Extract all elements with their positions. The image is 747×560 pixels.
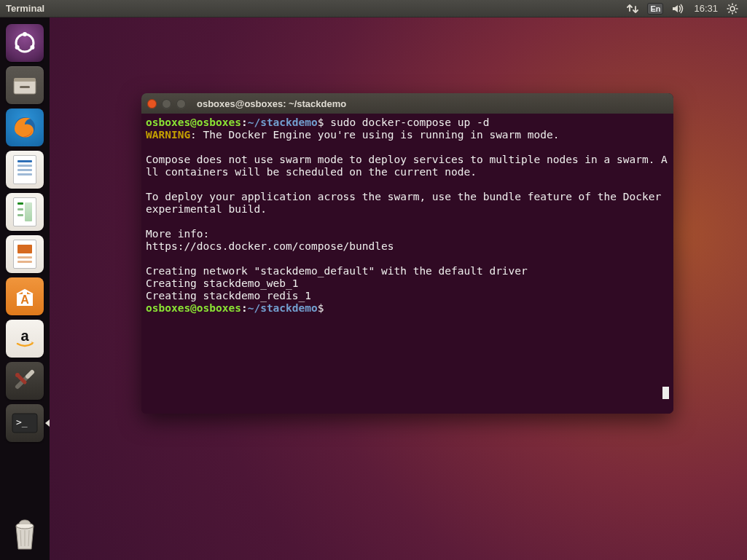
launcher-impress[interactable] (6, 235, 44, 273)
maximize-icon[interactable] (176, 99, 186, 109)
terminal-output-line: Creating stackdemo_redis_1 (146, 290, 311, 301)
document-icon (13, 240, 36, 269)
terminal-output-line: Compose does not use swarm mode to deplo… (146, 154, 668, 178)
terminal-output-line: https://docs.docker.com/compose/bundles (146, 240, 394, 252)
document-icon (13, 155, 36, 184)
launcher-dash[interactable] (6, 24, 44, 62)
top-menu-bar: Terminal En 16:31 (0, 0, 747, 17)
terminal-output-line: Creating stackdemo_web_1 (146, 277, 299, 289)
clock[interactable]: 16:31 (694, 3, 718, 14)
window-title: osboxes@osboxes: ~/stackdemo (197, 98, 346, 109)
warning-label: WARNING (146, 129, 190, 141)
window-titlebar[interactable]: osboxes@osboxes: ~/stackdemo (141, 93, 673, 114)
terminal-output-line: More info: (146, 228, 209, 240)
launcher-amazon[interactable]: a (6, 320, 44, 358)
close-icon[interactable] (147, 99, 157, 109)
svg-rect-14 (14, 78, 36, 82)
svg-line-8 (729, 11, 730, 12)
svg-point-10 (23, 32, 27, 36)
svg-point-12 (30, 45, 34, 50)
svg-text:>_: >_ (16, 417, 28, 427)
launcher-firefox[interactable] (6, 109, 44, 146)
launcher-files[interactable] (6, 66, 44, 104)
terminal-cursor (662, 387, 669, 399)
document-icon (13, 197, 36, 226)
launcher: A a >_ (0, 17, 50, 560)
terminal-body[interactable]: osboxes@osboxes:~/stackdemo$ sudo docker… (141, 114, 673, 414)
svg-text:A: A (20, 293, 29, 306)
terminal-output-line: Creating network "stackdemo_default" wit… (146, 265, 528, 277)
svg-line-5 (729, 4, 730, 6)
active-app-title: Terminal (6, 3, 44, 14)
launcher-calc[interactable] (6, 193, 44, 231)
launcher-software[interactable]: A (6, 277, 44, 315)
svg-rect-15 (20, 86, 30, 88)
svg-point-11 (15, 45, 20, 50)
prompt-path: ~/stackdemo (248, 117, 318, 128)
svg-line-6 (735, 11, 737, 12)
launcher-writer[interactable] (6, 151, 44, 189)
sound-icon[interactable] (672, 4, 685, 14)
terminal-output-line: To deploy your application across the sw… (146, 191, 668, 215)
svg-point-20 (15, 373, 20, 377)
launcher-trash[interactable] (6, 516, 44, 554)
terminal-window[interactable]: osboxes@osboxes: ~/stackdemo osboxes@osb… (141, 93, 673, 414)
input-method-indicator[interactable]: En (647, 3, 663, 15)
svg-line-7 (735, 4, 737, 6)
prompt-user: osboxes (146, 117, 190, 128)
minimize-icon[interactable] (162, 99, 171, 109)
terminal-output-line: : The Docker Engine you're using is runn… (190, 129, 559, 141)
network-icon[interactable] (627, 4, 638, 14)
svg-point-9 (16, 34, 34, 52)
svg-point-0 (730, 7, 735, 11)
launcher-settings[interactable] (6, 362, 44, 400)
prompt-host: osboxes (197, 117, 241, 128)
gear-icon[interactable] (727, 3, 738, 15)
launcher-terminal[interactable]: >_ (6, 404, 44, 442)
svg-text:a: a (20, 328, 29, 344)
running-indicator-icon (45, 419, 50, 427)
terminal-command: sudo docker-compose up -d (330, 117, 489, 128)
